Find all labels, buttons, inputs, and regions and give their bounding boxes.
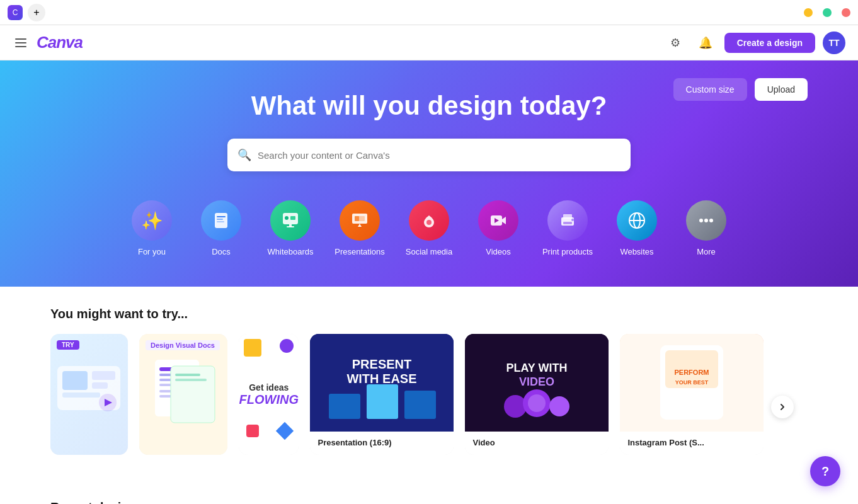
recent-title: Recent designs — [50, 500, 144, 504]
svg-rect-8 — [290, 216, 295, 220]
category-foryou-label: For you — [138, 247, 166, 256]
help-button[interactable]: ? — [810, 456, 840, 486]
app-icon-label: C — [13, 8, 18, 17]
hero-actions: Custom size Upload — [673, 78, 808, 101]
svg-text:YOUR BEST: YOUR BEST — [675, 379, 709, 386]
next-cards-button[interactable] — [771, 396, 794, 418]
notifications-button[interactable]: 🔔 — [694, 32, 717, 54]
category-presentations-label: Presentations — [335, 247, 385, 256]
cards-container: TRY Play with Canva — [50, 334, 808, 480]
presentations-icon — [340, 200, 380, 241]
svg-rect-19 — [563, 222, 572, 224]
websites-icon — [617, 200, 657, 241]
category-more[interactable]: More — [672, 194, 741, 261]
svg-point-25 — [704, 219, 708, 222]
svg-marker-10 — [358, 224, 362, 227]
card-presentation[interactable]: PRESENT WITH EASE Presentation (16:9) — [310, 334, 454, 455]
category-printproducts-label: Print products — [542, 247, 593, 256]
search-icon: 🔍 — [237, 148, 251, 162]
svg-rect-30 — [92, 382, 108, 389]
card-play-image: TRY — [50, 334, 128, 455]
svg-rect-28 — [62, 371, 88, 390]
svg-text:PERFORM: PERFORM — [675, 369, 709, 376]
titlebar-left: C + — [8, 4, 45, 21]
card-doc-image: Design Visual Docs — [139, 334, 227, 455]
card-instagram[interactable]: PERFORM YOUR BEST Instagram Post (S... — [620, 334, 764, 455]
category-videos-label: Videos — [486, 247, 511, 256]
category-foryou[interactable]: ✨ For you — [117, 194, 186, 261]
flow-text: Get ideas FLOWING — [239, 382, 299, 407]
titlebar: C + — [0, 0, 858, 25]
more-icon — [686, 200, 726, 241]
custom-size-button[interactable]: Custom size — [673, 78, 747, 101]
svg-rect-6 — [287, 226, 294, 227]
svg-rect-49 — [404, 391, 436, 419]
new-tab-button[interactable]: + — [28, 4, 45, 21]
try-badge: TRY — [57, 340, 79, 350]
upload-button[interactable]: Upload — [755, 78, 808, 101]
category-presentations[interactable]: Presentations — [325, 194, 394, 261]
category-websites[interactable]: Websites — [602, 194, 672, 261]
svg-point-20 — [571, 219, 574, 221]
foryou-icon: ✨ — [132, 200, 172, 241]
categories-row: ✨ For you Docs Whiteboards Presentations — [50, 194, 808, 261]
card-instagram-image: PERFORM YOUR BEST — [620, 334, 764, 432]
svg-point-55 — [549, 396, 569, 416]
card-doc[interactable]: Design Visual Docs Doc — [139, 334, 227, 455]
card-play[interactable]: TRY Play with Canva — [50, 334, 128, 455]
svg-text:VIDEO: VIDEO — [519, 375, 554, 388]
avatar[interactable]: TT — [823, 32, 845, 54]
search-bar: 🔍 — [227, 139, 631, 171]
svg-rect-0 — [215, 213, 227, 228]
svg-text:WITH EASE: WITH EASE — [347, 372, 417, 386]
category-socialmedia-label: Social media — [406, 247, 452, 256]
category-whiteboards[interactable]: Whiteboards — [256, 194, 325, 261]
maximize-button[interactable] — [823, 8, 832, 17]
videos-icon — [478, 200, 518, 241]
svg-point-56 — [528, 394, 546, 412]
category-websites-label: Websites — [620, 247, 653, 256]
try-cards-row: TRY Play with Canva — [50, 334, 764, 455]
category-more-label: More — [697, 247, 716, 256]
svg-rect-31 — [62, 392, 100, 398]
card-video[interactable]: PLAY WITH VIDEO Video — [465, 334, 609, 455]
svg-rect-1 — [217, 216, 226, 217]
category-videos[interactable]: Videos — [464, 194, 533, 261]
card-video-image: PLAY WITH VIDEO — [465, 334, 609, 432]
card-whiteboard-image: Get ideas FLOWING — [239, 334, 299, 455]
category-printproducts[interactable]: Print products — [533, 194, 602, 261]
search-input[interactable] — [258, 150, 621, 161]
recent-designs-section: Recent designs — [0, 500, 858, 504]
window-controls — [804, 8, 850, 17]
recent-header: Recent designs — [50, 500, 808, 504]
printproducts-icon — [547, 200, 588, 241]
hamburger-menu[interactable] — [13, 36, 29, 50]
svg-marker-15 — [502, 217, 506, 224]
card-whiteboard[interactable]: Get ideas FLOWING Whiteboard — [239, 334, 299, 455]
category-docs-label: Docs — [212, 247, 231, 256]
svg-text:PLAY WITH: PLAY WITH — [506, 362, 568, 374]
create-design-button[interactable]: Create a design — [724, 33, 815, 53]
card-presentation-label: Presentation (16:9) — [310, 432, 454, 455]
svg-rect-12 — [355, 216, 359, 221]
svg-rect-18 — [563, 214, 572, 219]
try-section-title: You might want to try... — [50, 307, 808, 321]
svg-text:PRESENT: PRESENT — [352, 357, 411, 371]
svg-point-13 — [426, 220, 432, 225]
svg-rect-48 — [367, 384, 398, 419]
card-instagram-label: Instagram Post (S... — [620, 432, 764, 455]
category-socialmedia[interactable]: Social media — [394, 194, 464, 261]
category-docs[interactable]: Docs — [186, 194, 256, 261]
settings-button[interactable]: ⚙ — [664, 32, 687, 54]
top-navigation: Canva ⚙ 🔔 Create a design TT — [0, 25, 858, 60]
canva-logo[interactable]: Canva — [37, 33, 83, 52]
svg-point-26 — [709, 219, 713, 222]
minimize-button[interactable] — [804, 8, 813, 17]
card-video-label: Video — [465, 432, 609, 455]
whiteboards-icon — [270, 200, 311, 241]
svg-rect-2 — [217, 219, 223, 220]
close-button[interactable] — [842, 8, 850, 17]
card-presentation-image: PRESENT WITH EASE — [310, 334, 454, 432]
svg-rect-43 — [175, 379, 207, 381]
svg-rect-29 — [92, 371, 115, 380]
